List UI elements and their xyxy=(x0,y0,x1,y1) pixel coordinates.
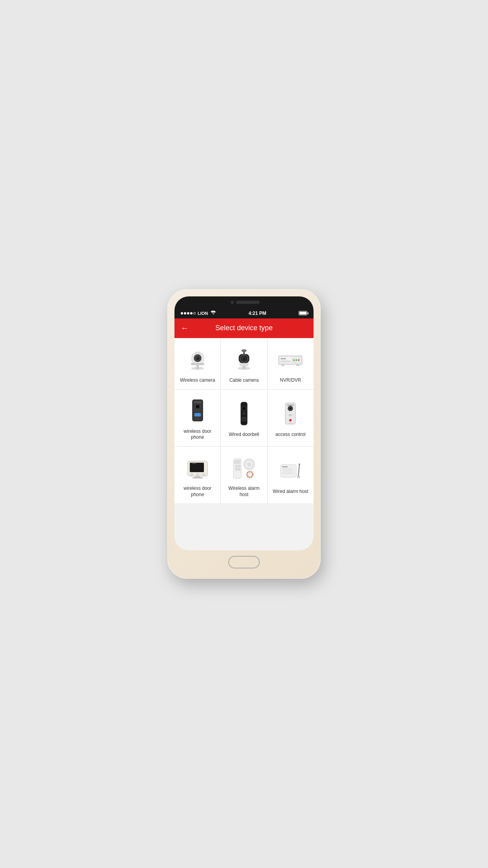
svg-rect-21 xyxy=(281,358,286,359)
svg-point-44 xyxy=(246,407,247,408)
svg-point-22 xyxy=(293,359,295,361)
status-left: LION xyxy=(181,311,216,316)
status-bar: LION 4:21 PM xyxy=(174,308,314,318)
device-img-wireless-door-phone-1 xyxy=(182,396,213,425)
nvr-dvr-label: NVR/DVR xyxy=(280,377,301,384)
wireless-door-phone-icon xyxy=(184,397,211,424)
svg-point-36 xyxy=(198,410,199,411)
svg-point-71 xyxy=(235,468,238,471)
access-control-label: access control xyxy=(275,432,306,438)
svg-rect-83 xyxy=(282,472,293,473)
svg-rect-56 xyxy=(288,414,293,417)
svg-rect-58 xyxy=(288,423,292,424)
device-img-wired-alarm-host xyxy=(275,456,306,485)
wifi-icon xyxy=(211,311,216,316)
svg-point-48 xyxy=(243,418,245,420)
device-cell-cable-camera[interactable]: Cable camera xyxy=(221,338,267,389)
svg-point-16 xyxy=(242,357,244,359)
device-img-nvr-dvr xyxy=(275,345,306,374)
device-cell-wireless-door-phone-2[interactable]: wireless doorphone xyxy=(174,447,220,503)
svg-rect-82 xyxy=(282,470,293,471)
svg-point-57 xyxy=(289,419,292,421)
svg-rect-66 xyxy=(193,477,203,478)
signal-dot-1 xyxy=(181,312,183,314)
bottom-content-area xyxy=(174,503,314,550)
svg-point-24 xyxy=(298,359,299,361)
access-control-icon xyxy=(277,400,304,427)
device-img-cable-camera xyxy=(228,345,260,374)
svg-point-34 xyxy=(196,410,197,411)
wired-doorbell-label: Wired doorbell xyxy=(229,432,259,438)
wired-alarm-host-label: Wired alarm host xyxy=(273,489,308,495)
cable-camera-icon xyxy=(230,346,258,373)
svg-rect-37 xyxy=(194,413,201,416)
svg-point-70 xyxy=(238,465,240,467)
device-img-access-control xyxy=(275,399,306,428)
svg-rect-60 xyxy=(190,463,204,472)
signal-dot-3 xyxy=(187,312,189,314)
page-title: Select device type xyxy=(215,324,273,332)
svg-point-64 xyxy=(202,473,205,476)
svg-rect-50 xyxy=(287,405,294,406)
svg-point-63 xyxy=(196,473,199,476)
home-button[interactable] xyxy=(228,556,260,568)
battery-fill xyxy=(299,312,306,314)
svg-point-18 xyxy=(242,349,246,352)
device-cell-wireless-door-phone-1[interactable]: wireless doorphone xyxy=(174,390,220,446)
front-camera xyxy=(231,301,234,304)
svg-point-33 xyxy=(196,405,197,406)
phone-shell: LION 4:21 PM ← Select device type xyxy=(167,289,321,579)
signal-dot-2 xyxy=(184,312,186,314)
phone-top-bar xyxy=(174,296,314,308)
device-grid: Wireless camera xyxy=(174,338,314,503)
device-cell-nvr-dvr[interactable]: NVR/DVR xyxy=(268,338,314,389)
status-time: 4:21 PM xyxy=(248,311,266,316)
wired-doorbell-icon xyxy=(230,400,258,427)
svg-point-35 xyxy=(197,410,198,411)
device-cell-wired-alarm-host[interactable]: Wired alarm host xyxy=(268,447,314,503)
phone-speaker xyxy=(236,301,260,304)
svg-rect-8 xyxy=(195,352,200,354)
svg-point-72 xyxy=(238,468,240,471)
svg-point-43 xyxy=(241,407,242,408)
svg-point-77 xyxy=(248,473,252,476)
svg-rect-46 xyxy=(242,412,246,415)
svg-rect-61 xyxy=(192,463,196,464)
svg-rect-81 xyxy=(282,469,293,469)
device-cell-wireless-alarm-host[interactable]: Wireless alarmhost xyxy=(221,447,267,503)
device-cell-access-control[interactable]: access control xyxy=(268,390,314,446)
wireless-camera-icon xyxy=(184,346,211,373)
wireless-alarm-icon xyxy=(230,454,258,482)
wireless-door-phone-2-label: wireless doorphone xyxy=(183,485,211,498)
app-header: ← Select device type xyxy=(174,318,314,338)
svg-rect-25 xyxy=(281,360,291,362)
svg-point-23 xyxy=(295,359,297,361)
svg-point-54 xyxy=(289,407,290,408)
wireless-camera-label: Wireless camera xyxy=(180,377,215,384)
signal-dot-4 xyxy=(190,312,193,314)
svg-rect-26 xyxy=(281,364,284,366)
svg-point-75 xyxy=(247,462,251,466)
svg-point-45 xyxy=(244,405,244,406)
device-cell-wired-doorbell[interactable]: Wired doorbell xyxy=(221,390,267,446)
wireless-alarm-host-label: Wireless alarmhost xyxy=(228,485,259,498)
wireless-door-phone-monitor-icon xyxy=(184,454,211,482)
wired-alarm-icon xyxy=(277,457,304,484)
carrier-name: LION xyxy=(198,311,208,316)
device-img-wired-doorbell xyxy=(228,399,260,428)
status-right xyxy=(299,311,307,315)
svg-rect-68 xyxy=(234,460,240,464)
device-cell-wireless-camera[interactable]: Wireless camera xyxy=(174,338,220,389)
svg-rect-80 xyxy=(282,466,288,467)
phone-screen: LION 4:21 PM ← Select device type xyxy=(174,296,314,550)
svg-rect-86 xyxy=(297,476,300,478)
home-button-area xyxy=(174,550,314,572)
svg-rect-84 xyxy=(282,473,293,474)
svg-rect-29 xyxy=(194,401,201,403)
svg-point-7 xyxy=(196,357,197,358)
svg-point-42 xyxy=(243,408,245,409)
svg-point-38 xyxy=(197,418,198,420)
back-button[interactable]: ← xyxy=(181,324,189,333)
signal-dot-5 xyxy=(193,312,196,314)
signal-strength xyxy=(181,312,196,314)
